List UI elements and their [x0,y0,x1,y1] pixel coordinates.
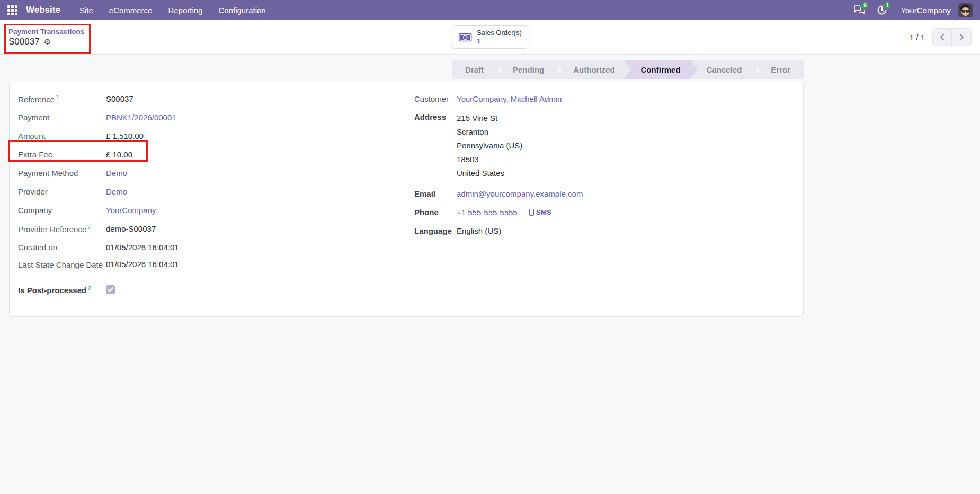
app-brand[interactable]: Website [26,5,60,15]
extra-fee-label: Extra Fee [18,150,106,159]
help-icon: ? [56,94,59,100]
is-post-processed-label: Is Post-processed [18,286,86,295]
pager-next-button[interactable] [952,28,972,46]
banknote-icon [458,33,472,42]
field-row-last-state-change: Last State Change Date 01/05/2026 16:04:… [18,257,406,275]
is-post-processed-checkbox[interactable] [106,285,115,294]
phone-label: Phone [414,208,457,217]
status-step-draft[interactable]: Draft [452,60,497,79]
field-row-phone: Phone +1 555-555-5555 SMS [414,203,795,222]
nav-item-ecommerce[interactable]: eCommerce [103,1,159,20]
language-value: English (US) [457,226,501,235]
avatar-image [958,3,973,17]
activities-icon[interactable]: 1 [873,2,891,18]
user-menu[interactable]: YourCompany [901,6,951,15]
sms-button[interactable]: SMS [529,208,551,216]
status-step-error[interactable]: Error [758,60,804,79]
messages-badge: 8 [860,1,869,10]
last-state-change-value: 01/05/2026 16:04:01 [106,260,179,269]
reference-label: Reference [18,95,55,104]
field-row-payment-method: Payment Method Demo [18,164,406,182]
status-step-authorized[interactable]: Authorized [560,60,628,79]
sms-button-label: SMS [536,208,551,216]
address-value: 215 Vine St Scranton Pennsylvania (US) 1… [457,111,522,180]
nav-item-site[interactable]: Site [73,1,100,20]
activities-badge: 1 [883,1,892,10]
pager-previous-button[interactable] [932,28,952,46]
pager-counter: 1 / 1 [910,33,925,42]
customer-label: Customer [414,94,457,103]
status-step-canceled[interactable]: Canceled [693,60,755,79]
company-label: Company [18,206,106,215]
field-row-address: Address 215 Vine St Scranton Pennsylvani… [414,108,795,180]
payment-link[interactable]: PBNK1/2026/00001 [106,113,176,122]
messages-icon[interactable]: 8 [851,2,869,18]
help-icon: ? [87,224,91,230]
payment-method-label: Payment Method [18,169,106,178]
created-on-label: Created on [18,243,106,252]
stat-button-value: 1 [477,37,522,46]
check-icon [108,287,113,292]
provider-reference-value: demo-S00037 [106,224,156,233]
form-sheet: Reference? S00037 Payment PBNK1/2026/000… [9,82,804,317]
amount-label: Amount [18,131,106,140]
address-zip: 18503 [457,153,522,166]
address-label: Address [414,111,457,121]
nav-item-configuration[interactable]: Configuration [212,1,272,20]
field-row-payment: Payment PBNK1/2026/00001 [18,108,406,127]
provider-link[interactable]: Demo [106,187,127,196]
apps-grid-icon[interactable] [7,5,17,15]
form-group-left: Reference? S00037 Payment PBNK1/2026/000… [18,90,406,299]
chevron-left-icon [940,33,945,41]
control-panel: Payment Transactions S00037 ⚙ Sales Orde… [0,20,980,55]
breadcrumb-parent-link[interactable]: Payment Transactions [8,28,84,36]
form-view: Draft Pending Authorized Confirmed Cance… [0,55,980,494]
chevron-right-icon [959,33,964,41]
field-row-company: Company YourCompany [18,201,406,219]
field-row-provider-reference: Provider Reference? demo-S00037 [18,219,406,238]
company-link[interactable]: YourCompany [106,206,156,215]
status-step-confirmed[interactable]: Confirmed [624,60,698,79]
sales-orders-stat-button[interactable]: Sales Order(s) 1 [451,25,529,49]
nav-menu: Site eCommerce Reporting Configuration [73,1,272,20]
field-row-reference: Reference? S00037 [18,90,406,108]
payment-label: Payment [18,113,106,122]
payment-method-link[interactable]: Demo [106,169,127,178]
address-street: 215 Vine St [457,111,522,125]
last-state-change-label: Last State Change Date [18,260,106,270]
nav-item-reporting[interactable]: Reporting [162,1,209,20]
status-step-pending[interactable]: Pending [500,60,557,79]
field-row-amount: Amount £ 1,510.00 [18,127,406,145]
field-row-extra-fee: Extra Fee £ 10.00 [18,145,406,164]
stat-button-label: Sales Order(s) [477,29,522,37]
reference-value: S00037 [106,94,133,103]
created-on-value: 01/05/2026 16:04:01 [106,243,179,252]
help-icon: ? [87,285,91,291]
amount-value: £ 1,510.00 [106,131,144,140]
provider-label: Provider [18,187,106,196]
user-avatar[interactable] [958,3,973,17]
email-label: Email [414,189,457,198]
extra-fee-value: £ 10.00 [106,150,132,159]
field-row-provider: Provider Demo [18,182,406,201]
breadcrumb: Payment Transactions S00037 ⚙ [8,28,84,47]
form-group-right: Customer YourCompany, Mitchell Admin Add… [406,90,795,299]
address-country: United States [457,166,522,180]
mobile-phone-icon [529,209,534,216]
email-link[interactable]: admin@yourcompany.example.com [457,189,583,198]
provider-reference-label: Provider Reference [18,225,86,234]
gear-icon[interactable]: ⚙ [44,37,51,47]
field-row-is-post-processed: Is Post-processed? [18,280,406,299]
address-state: Pennsylvania (US) [457,139,522,153]
phone-link[interactable]: +1 555-555-5555 [457,208,518,217]
customer-link[interactable]: YourCompany, Mitchell Admin [457,94,562,103]
status-bar: Draft Pending Authorized Confirmed Cance… [452,60,804,79]
breadcrumb-active-record: S00037 [8,37,40,47]
pager: 1 / 1 [910,28,972,46]
language-label: Language [414,226,457,235]
field-row-email: Email admin@yourcompany.example.com [414,184,795,203]
top-navbar: Website Site eCommerce Reporting Configu… [0,0,980,20]
field-row-customer: Customer YourCompany, Mitchell Admin [414,90,795,108]
field-row-language: Language English (US) [414,222,795,240]
field-row-created-on: Created on 01/05/2026 16:04:01 [18,238,406,257]
